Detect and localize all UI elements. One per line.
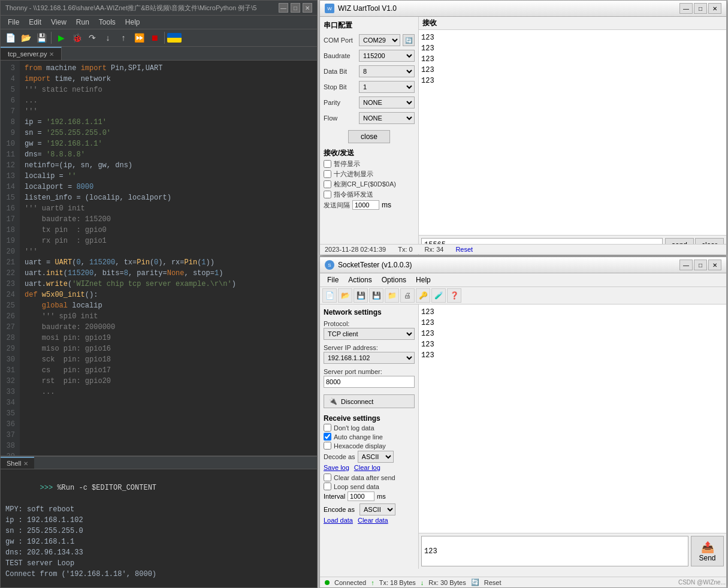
new-file-btn[interactable]: 📄 bbox=[3, 31, 17, 45]
socket-tool-key[interactable]: 🔑 bbox=[416, 288, 430, 303]
code-editor[interactable]: 34567 89101112 1314151617 1819202122 232… bbox=[1, 61, 317, 456]
menu-help[interactable]: Help bbox=[120, 17, 145, 28]
socket-disconnect-btn[interactable]: 🔌 Disconnect bbox=[324, 394, 415, 408]
socket-tool-save2[interactable]: 💾 bbox=[369, 288, 383, 303]
run-btn[interactable]: ▶ bbox=[54, 31, 68, 45]
socket-reset-btn[interactable]: Reset bbox=[484, 579, 502, 586]
socket-rx-line: 123 bbox=[421, 350, 724, 361]
socket-send-input[interactable] bbox=[421, 536, 688, 566]
debug-btn[interactable]: 🐞 bbox=[70, 31, 84, 45]
uart-stop-bit-row: Stop Bit 1 bbox=[324, 81, 415, 93]
code-line: uart.write('WIZnet chip tcp server examp… bbox=[25, 279, 312, 290]
uart-flow-select[interactable]: NONE bbox=[359, 112, 415, 124]
socket-auto-change-checkbox[interactable] bbox=[324, 433, 331, 441]
menu-view[interactable]: View bbox=[46, 17, 71, 28]
shell-output-line: gw : 192.168.1.1 bbox=[5, 536, 312, 547]
uart-data-bit-select[interactable]: 8 bbox=[359, 65, 415, 77]
socket-dont-log-label: Don't log data bbox=[334, 424, 374, 432]
shell-tab[interactable]: Shell ✕ bbox=[1, 457, 34, 469]
socket-maximize-btn[interactable]: □ bbox=[694, 260, 707, 270]
shell-output-line: Connect from ('192.168.1.18', 8000) bbox=[5, 569, 312, 580]
socket-menu-file[interactable]: File bbox=[322, 275, 343, 285]
uart-stop-bit-select[interactable]: 1 bbox=[359, 81, 415, 93]
code-line: from machine import Pin,SPI,UART bbox=[25, 63, 312, 74]
code-line: ''' bbox=[25, 246, 312, 257]
thonny-close-btn[interactable]: ✕ bbox=[303, 3, 312, 13]
uart-hex-label: 十六进制显示 bbox=[334, 170, 373, 179]
socket-hexacode-checkbox[interactable] bbox=[324, 442, 331, 450]
socket-clear-data-link[interactable]: Clear data bbox=[358, 517, 388, 524]
socket-server-ip-select[interactable]: 192.168.1.102 bbox=[324, 352, 415, 364]
socket-dont-log-checkbox[interactable] bbox=[324, 424, 331, 432]
socket-rx-line: 123 bbox=[421, 318, 724, 328]
shell-tab-close[interactable]: ✕ bbox=[23, 460, 28, 467]
stop-btn[interactable]: ⏹ bbox=[147, 31, 162, 45]
uart-detect-crlf-label: 检测CR_LF($0D$0A) bbox=[334, 180, 396, 189]
uart-baudrate-select[interactable]: 115200 bbox=[359, 50, 415, 62]
step-over-btn[interactable]: ↷ bbox=[85, 31, 99, 45]
menu-edit[interactable]: Edit bbox=[24, 17, 46, 28]
socket-server-port-input[interactable] bbox=[324, 376, 415, 388]
socket-send-area: 📤 Send bbox=[419, 533, 726, 569]
socket-tool-new[interactable]: 📄 bbox=[322, 288, 337, 303]
socket-save-log-link[interactable]: Save log bbox=[324, 464, 349, 471]
menu-tools[interactable]: Tools bbox=[94, 17, 120, 28]
uart-interval-input[interactable] bbox=[352, 200, 379, 210]
socket-tool-folder[interactable]: 📁 bbox=[385, 288, 399, 303]
socket-hexacode-row: Hexacode display bbox=[324, 442, 415, 450]
uart-minimize-btn[interactable]: — bbox=[679, 3, 693, 14]
socket-server-port-row: Server port number: bbox=[324, 368, 415, 388]
tab-close-btn[interactable]: ✕ bbox=[49, 51, 54, 58]
thonny-minimize-btn[interactable]: — bbox=[279, 3, 288, 13]
socket-loop-send-checkbox[interactable] bbox=[324, 483, 331, 490]
uart-maximize-btn[interactable]: □ bbox=[694, 3, 707, 14]
thonny-maximize-btn[interactable]: □ bbox=[291, 3, 300, 13]
socket-decode-select[interactable]: ASCII bbox=[358, 451, 394, 463]
socket-close-btn[interactable]: ✕ bbox=[708, 260, 721, 270]
menu-file[interactable]: File bbox=[3, 17, 24, 28]
uart-detect-crlf-checkbox[interactable] bbox=[324, 180, 331, 188]
uart-rx-tx-section: 接收/发送 暂停显示 十六进制显示 检测CR_LF($0D$0A) 指令循环发送 bbox=[324, 148, 415, 210]
step-out-btn[interactable]: ↑ bbox=[116, 31, 131, 45]
socket-server-ip-label: Server IP address: bbox=[324, 344, 415, 351]
uart-close-port-btn[interactable]: close bbox=[348, 130, 390, 143]
socket-tool-print[interactable]: 🖨 bbox=[400, 288, 415, 303]
socket-protocol-select[interactable]: TCP client bbox=[324, 328, 415, 340]
uart-close-btn[interactable]: ✕ bbox=[708, 3, 721, 14]
socket-tool-save[interactable]: 💾 bbox=[354, 288, 368, 303]
shell-tab-bar: Shell ✕ bbox=[1, 457, 317, 469]
shell-content[interactable]: >>> %Run -c $EDITOR_CONTENT MPY: soft re… bbox=[1, 469, 317, 587]
socket-minimize-btn[interactable]: — bbox=[679, 260, 693, 270]
save-file-btn[interactable]: 💾 bbox=[34, 31, 49, 45]
socket-encode-select[interactable]: ASCII bbox=[360, 503, 395, 515]
socket-send-btn[interactable]: 📤 Send bbox=[691, 536, 724, 566]
uart-hex-checkbox[interactable] bbox=[324, 170, 331, 178]
uart-right-panel: 接收 123 123 123 123 123 send clear bbox=[419, 17, 726, 255]
socket-menu-options[interactable]: Options bbox=[377, 275, 411, 285]
uart-parity-select[interactable]: NONE bbox=[359, 97, 415, 108]
uart-com-port-select[interactable]: COM29 bbox=[359, 34, 400, 46]
step-in-btn[interactable]: ↓ bbox=[101, 31, 115, 45]
resume-btn[interactable]: ⏩ bbox=[132, 31, 146, 45]
socket-tool-open[interactable]: 📂 bbox=[338, 288, 352, 303]
tab-tcp-server[interactable]: tcp_server.py ✕ bbox=[1, 47, 62, 60]
toolbar-sep-2 bbox=[164, 32, 165, 44]
uart-reset-btn[interactable]: Reset bbox=[455, 246, 473, 253]
code-content[interactable]: from machine import Pin,SPI,UART import … bbox=[20, 61, 317, 456]
menu-run[interactable]: Run bbox=[71, 17, 94, 28]
socket-tool-flask[interactable]: 🧪 bbox=[431, 288, 446, 303]
socket-menu-actions[interactable]: Actions bbox=[343, 275, 376, 285]
uart-pause-checkbox[interactable] bbox=[324, 160, 331, 168]
socket-clear-after-send-checkbox[interactable] bbox=[324, 474, 331, 481]
socket-clear-log-link[interactable]: Clear log bbox=[354, 464, 380, 471]
uart-flow-row: Flow NONE bbox=[324, 112, 415, 124]
socket-interval-input[interactable] bbox=[348, 491, 374, 501]
socket-load-data-link[interactable]: Load data bbox=[324, 517, 353, 524]
uart-refresh-btn[interactable]: 🔄 bbox=[403, 34, 415, 46]
code-line: mosi pin: gpio19 bbox=[25, 333, 312, 343]
socket-menu-help[interactable]: Help bbox=[411, 275, 436, 285]
code-line: ''' spi0 init bbox=[25, 311, 312, 322]
socket-tool-help[interactable]: ❓ bbox=[447, 288, 461, 303]
uart-loop-send-checkbox[interactable] bbox=[324, 191, 331, 198]
open-file-btn[interactable]: 📂 bbox=[19, 31, 33, 45]
